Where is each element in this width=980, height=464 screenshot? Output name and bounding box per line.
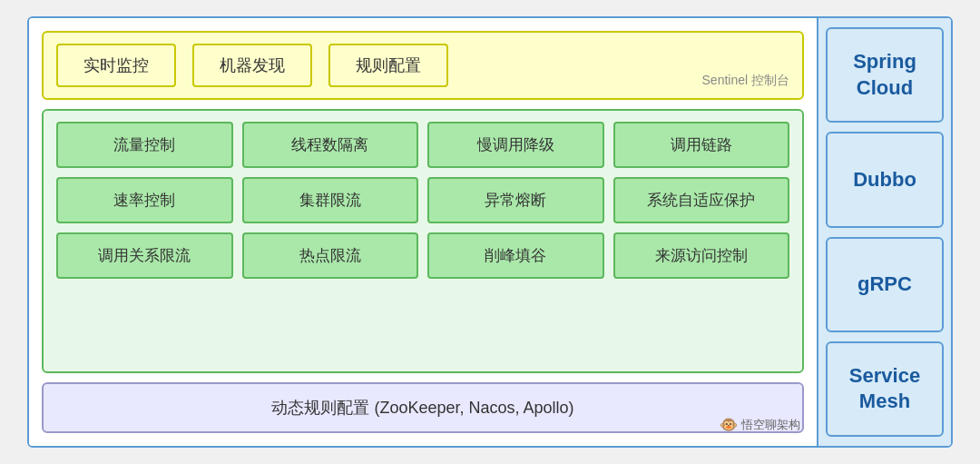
feature-flow-control: 流量控制 [56,122,233,168]
sentinel-item-2: 机器发现 [192,44,312,87]
main-diagram: 实时监控 机器发现 规则配置 Sentinel 控制台 流量控制 线程数隔离 慢… [27,16,953,448]
feature-call-chain: 调用链路 [613,122,790,168]
adapter-grpc: gRPC [826,237,944,332]
dynamic-rules-box: 动态规则配置 (ZooKeeper, Nacos, Apollo) [42,382,804,433]
sentinel-item-1: 实时监控 [56,44,176,87]
left-section: 实时监控 机器发现 规则配置 Sentinel 控制台 流量控制 线程数隔离 慢… [29,18,817,446]
feature-hotspot: 热点限流 [242,232,419,279]
sentinel-item-3: 规则配置 [328,44,448,87]
adapter-dubbo: Dubbo [826,132,944,227]
adapter-service-mesh: ServiceMesh [826,341,944,437]
diagram-container: 实时监控 机器发现 规则配置 Sentinel 控制台 流量控制 线程数隔离 慢… [27,16,953,448]
feature-cluster-limit: 集群限流 [242,177,419,223]
feature-thread-isolation: 线程数隔离 [242,122,419,168]
feature-peak-shaving: 削峰填谷 [427,232,604,279]
feature-system-protection: 系统自适应保护 [613,177,790,223]
features-row-1: 流量控制 线程数隔离 慢调用降级 调用链路 [56,122,789,168]
feature-rate-control: 速率控制 [56,177,233,223]
right-section: SpringCloud Dubbo gRPC ServiceMesh [817,18,951,446]
adapter-spring-cloud: SpringCloud [826,27,944,123]
feature-circuit-breaker: 异常熔断 [427,177,604,223]
features-row-2: 速率控制 集群限流 异常熔断 系统自适应保护 [56,177,789,223]
watermark: 🐵 悟空聊架构 [720,416,800,433]
features-row-3: 调用关系限流 热点限流 削峰填谷 来源访问控制 [56,232,789,279]
features-box: 流量控制 线程数隔离 慢调用降级 调用链路 速率控制 集群限流 异常熔断 系统自… [42,109,804,373]
feature-call-relation: 调用关系限流 [56,232,233,279]
feature-access-control: 来源访问控制 [613,232,790,279]
feature-slow-degradation: 慢调用降级 [427,122,604,168]
sentinel-label: Sentinel 控制台 [702,73,789,89]
watermark-text: 悟空聊架构 [741,417,800,433]
sentinel-box: 实时监控 机器发现 规则配置 Sentinel 控制台 [42,31,804,100]
